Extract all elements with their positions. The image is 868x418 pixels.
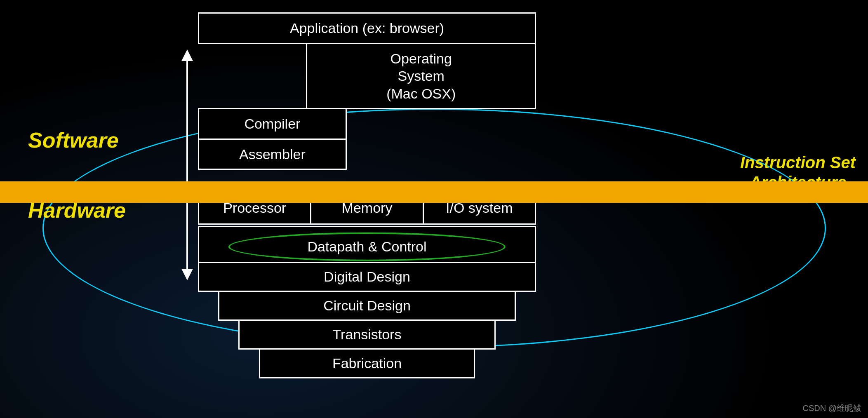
box-datapath: Datapath & Control: [198, 226, 536, 268]
box-application: Application (ex: browser): [198, 12, 536, 44]
label-software: Software: [28, 128, 119, 153]
box-circuit: Circuit Design: [218, 291, 516, 321]
arrow-up-icon: [181, 49, 193, 61]
arrow-down-icon: [181, 269, 193, 280]
box-assembler: Assembler: [198, 139, 347, 170]
watermark: CSDN @维昵鲅: [802, 403, 861, 414]
box-os: Operating System (Mac OSX): [306, 43, 536, 110]
box-digital: Digital Design: [198, 262, 536, 292]
box-compiler: Compiler: [198, 108, 347, 140]
main-container: Software Hardware Instruction Set Archit…: [0, 0, 868, 418]
vertical-arrow: [181, 49, 193, 280]
isa-gold-bar: [0, 181, 868, 203]
box-datapath-wrapper: Datapath & Control: [198, 226, 536, 268]
box-transistors: Transistors: [238, 319, 495, 350]
lower-stack: Digital Design Circuit Design Transistor…: [198, 263, 536, 378]
box-fabrication: Fabrication: [259, 348, 475, 378]
arrow-line: [186, 61, 188, 269]
upper-stack: Application (ex: browser) Operating Syst…: [198, 12, 536, 268]
